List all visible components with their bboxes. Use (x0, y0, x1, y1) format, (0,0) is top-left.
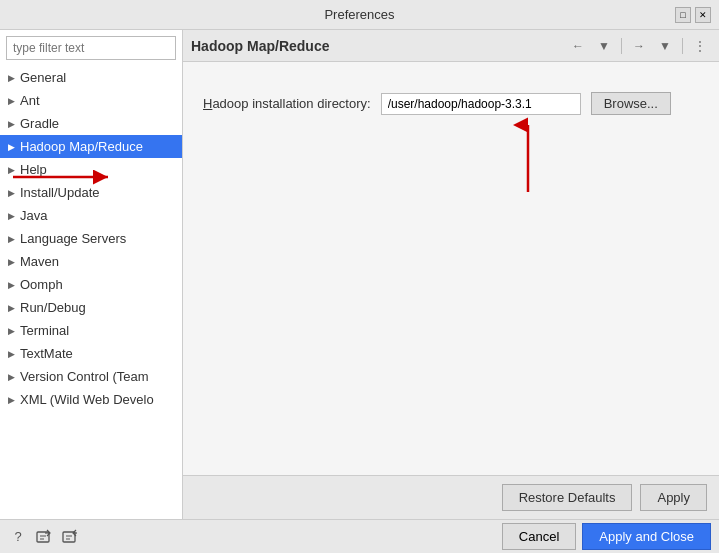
sidebar-item-maven[interactable]: ▶ Maven (0, 250, 182, 273)
sidebar-item-label: Oomph (20, 277, 63, 292)
content-body: Hadoop installation directory: Browse... (183, 62, 719, 475)
arrow-icon: ▶ (8, 280, 15, 290)
sidebar-item-label: Language Servers (20, 231, 126, 246)
sidebar-item-language-servers[interactable]: ▶ Language Servers (0, 227, 182, 250)
preferences-import-icon[interactable] (60, 527, 80, 547)
title-bar: Preferences □ ✕ (0, 0, 719, 30)
sidebar-item-textmate[interactable]: ▶ TextMate (0, 342, 182, 365)
arrow-icon: ▶ (8, 303, 15, 313)
forward-dropdown-button[interactable]: ▼ (654, 35, 676, 57)
arrow-icon: ▶ (8, 349, 15, 359)
sidebar-item-java[interactable]: ▶ Java (0, 204, 182, 227)
hadoop-dir-input[interactable] (381, 93, 581, 115)
hadoop-dir-label: Hadoop installation directory: (203, 96, 371, 111)
sidebar-item-label: Version Control (Team (20, 369, 149, 384)
annotation-arrow-right (3, 162, 123, 192)
browse-button[interactable]: Browse... (591, 92, 671, 115)
maximize-button[interactable]: □ (675, 7, 691, 23)
arrow-icon: ▶ (8, 326, 15, 336)
back-button[interactable]: ← (567, 35, 589, 57)
toolbar-separator (621, 38, 622, 54)
sidebar-item-label: General (20, 70, 66, 85)
arrow-icon: ▶ (8, 234, 15, 244)
sidebar-item-label: XML (Wild Web Develo (20, 392, 154, 407)
sidebar-item-label: Run/Debug (20, 300, 86, 315)
sidebar: ▶ General▶ Ant▶ Gradle▶ Hadoop Map/Reduc… (0, 30, 183, 519)
sidebar-item-label: Ant (20, 93, 40, 108)
sidebar-item-label: TextMate (20, 346, 73, 361)
main-content: ▶ General▶ Ant▶ Gradle▶ Hadoop Map/Reduc… (0, 30, 719, 519)
panel-action-bar: Restore Defaults Apply (183, 475, 719, 519)
sidebar-item-oomph[interactable]: ▶ Oomph (0, 273, 182, 296)
sidebar-item-label: Hadoop Map/Reduce (20, 139, 143, 154)
sidebar-item-label: Java (20, 208, 47, 223)
sidebar-list: ▶ General▶ Ant▶ Gradle▶ Hadoop Map/Reduc… (0, 66, 182, 519)
arrow-icon: ▶ (8, 119, 15, 129)
arrow-icon: ▶ (8, 257, 15, 267)
back-dropdown-button[interactable]: ▼ (593, 35, 615, 57)
help-icon[interactable]: ? (8, 527, 28, 547)
sidebar-item-hadoop[interactable]: ▶ Hadoop Map/Reduce (0, 135, 182, 158)
sidebar-item-run-debug[interactable]: ▶ Run/Debug (0, 296, 182, 319)
more-options-button[interactable]: ⋮ (689, 35, 711, 57)
sidebar-item-label: Terminal (20, 323, 69, 338)
forward-button[interactable]: → (628, 35, 650, 57)
apply-and-close-button[interactable]: Apply and Close (582, 523, 711, 550)
arrow-icon: ▶ (8, 372, 15, 382)
sidebar-item-label: Maven (20, 254, 59, 269)
arrow-icon: ▶ (8, 73, 15, 83)
sidebar-item-gradle[interactable]: ▶ Gradle (0, 112, 182, 135)
cancel-button[interactable]: Cancel (502, 523, 576, 550)
window-controls: □ ✕ (675, 7, 711, 23)
window-title: Preferences (324, 7, 394, 22)
close-button[interactable]: ✕ (695, 7, 711, 23)
sidebar-item-general[interactable]: ▶ General (0, 66, 182, 89)
annotation-arrow-up (513, 117, 543, 197)
sidebar-item-xml[interactable]: ▶ XML (Wild Web Develo (0, 388, 182, 411)
sidebar-item-ant[interactable]: ▶ Ant (0, 89, 182, 112)
arrow-icon: ▶ (8, 142, 15, 152)
sidebar-item-version-control[interactable]: ▶ Version Control (Team (0, 365, 182, 388)
footer-bar: ? Cancel Apply and Close (0, 519, 719, 553)
content-panel: Hadoop Map/Reduce ← ▼ → ▼ ⋮ Hadoop insta… (183, 30, 719, 519)
preferences-export-icon[interactable] (34, 527, 54, 547)
arrow-icon: ▶ (8, 395, 15, 405)
apply-button[interactable]: Apply (640, 484, 707, 511)
sidebar-item-terminal[interactable]: ▶ Terminal (0, 319, 182, 342)
arrow-icon: ▶ (8, 96, 15, 106)
filter-input[interactable] (6, 36, 176, 60)
panel-title: Hadoop Map/Reduce (191, 38, 563, 54)
hadoop-dir-row: Hadoop installation directory: Browse... (203, 92, 699, 115)
arrow-icon: ▶ (8, 211, 15, 221)
content-toolbar: Hadoop Map/Reduce ← ▼ → ▼ ⋮ (183, 30, 719, 62)
sidebar-item-label: Gradle (20, 116, 59, 131)
toolbar-separator2 (682, 38, 683, 54)
restore-defaults-button[interactable]: Restore Defaults (502, 484, 633, 511)
